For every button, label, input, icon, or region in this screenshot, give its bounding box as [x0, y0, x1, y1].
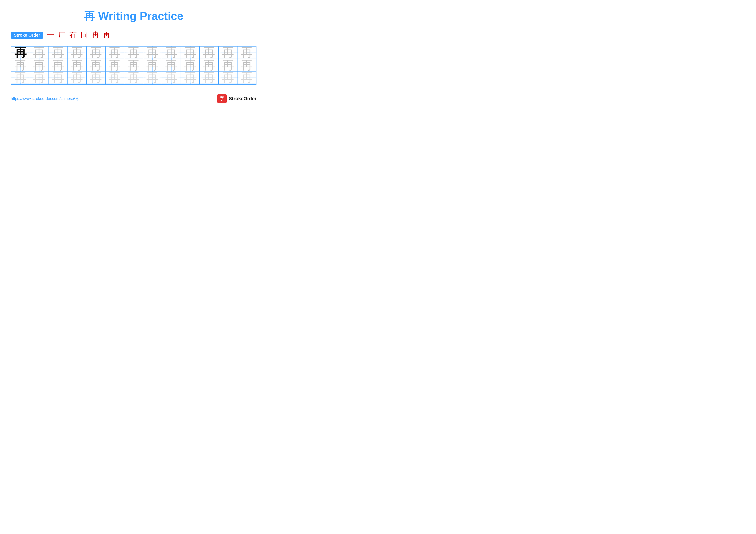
grid-cell: 再: [181, 59, 200, 71]
grid-row-1: 再 再 再 再 再 再 再 再 再 再 再 再 再: [11, 46, 256, 59]
practice-grid: 再 再 再 再 再 再 再 再 再 再 再 再 再 再 再 再 再 再 再 再 …: [11, 46, 256, 85]
stroke-step-6: 再: [103, 30, 110, 40]
footer-logo-icon: 字: [217, 94, 227, 103]
char-trace: 再: [184, 59, 196, 71]
char-trace: 再: [222, 46, 234, 59]
grid-cell: 再: [11, 59, 30, 71]
char-trace: 再: [127, 59, 140, 71]
grid-cell: 再: [143, 46, 162, 59]
grid-cell: 再: [181, 46, 200, 59]
grid-cell: 再: [30, 46, 49, 59]
char-trace-light: 再: [203, 71, 215, 84]
grid-cell: 再: [49, 59, 68, 71]
char-trace: 再: [90, 46, 102, 59]
grid-cell: 再: [124, 71, 143, 84]
grid-cell: [219, 85, 237, 85]
char-trace: 再: [52, 59, 64, 71]
grid-cell: 再: [200, 59, 219, 71]
grid-cell: 再: [162, 59, 181, 71]
stroke-step-4: 冋: [81, 30, 88, 40]
char-trace: 再: [165, 59, 177, 71]
grid-cell: 再: [200, 46, 219, 59]
grid-cell: 再: [86, 46, 105, 59]
grid-row-2: 再 再 再 再 再 再 再 再 再 再 再 再 再: [11, 59, 256, 71]
grid-cell: [105, 85, 124, 85]
grid-cell: 再: [219, 59, 237, 71]
grid-cell: 再: [162, 46, 181, 59]
char-trace: 再: [146, 46, 158, 59]
grid-cell: 再: [105, 59, 124, 71]
stroke-step-1: 一: [47, 30, 54, 40]
char-trace: 再: [127, 46, 140, 59]
grid-cell: [181, 85, 200, 85]
grid-cell: 再: [162, 71, 181, 84]
grid-cell: 再: [86, 71, 105, 84]
grid-cell: 再: [219, 71, 237, 84]
grid-cell: [162, 85, 181, 85]
grid-cell: [86, 85, 105, 85]
char-trace: 再: [241, 46, 253, 59]
char-trace-light: 再: [109, 71, 121, 84]
grid-cell: 再: [30, 71, 49, 84]
stroke-step-3: 冇: [69, 30, 77, 40]
char-trace-light: 再: [165, 71, 177, 84]
char-trace-light: 再: [71, 71, 83, 84]
grid-cell: 再: [143, 59, 162, 71]
stroke-steps: 一 厂 冇 冋 冉 再: [47, 30, 110, 40]
grid-cell: [237, 85, 256, 85]
grid-cell: 再: [124, 59, 143, 71]
char-reference: 再: [14, 46, 27, 59]
grid-cell: 再: [86, 59, 105, 71]
grid-cell: 再: [200, 71, 219, 84]
grid-cell: 再: [124, 46, 143, 59]
char-trace: 再: [146, 59, 158, 71]
grid-cell: 再: [105, 46, 124, 59]
grid-cell: 再: [49, 71, 68, 84]
footer: https://www.strokeorder.com/chinese/再 字 …: [11, 94, 256, 103]
char-trace: 再: [165, 46, 177, 59]
char-trace: 再: [71, 46, 83, 59]
char-trace: 再: [241, 59, 253, 71]
footer-url[interactable]: https://www.strokeorder.com/chinese/再: [11, 96, 79, 101]
grid-cell: 再: [68, 46, 87, 59]
char-trace: 再: [52, 46, 64, 59]
char-trace: 再: [203, 59, 215, 71]
char-trace-light: 再: [52, 71, 64, 84]
char-trace: 再: [222, 59, 234, 71]
grid-cell: [30, 85, 49, 85]
char-trace-light: 再: [146, 71, 158, 84]
stroke-order-row: Stroke Order 一 厂 冇 冋 冉 再: [11, 30, 256, 40]
char-trace: 再: [90, 59, 102, 71]
grid-cell: 再: [11, 46, 30, 59]
grid-cell: 再: [181, 71, 200, 84]
grid-row-3: 再 再 再 再 再 再 再 再 再 再 再 再 再: [11, 71, 256, 84]
footer-brand-name: StrokeOrder: [229, 96, 256, 101]
char-trace-light: 再: [184, 71, 196, 84]
char-trace-light: 再: [14, 71, 27, 84]
char-trace-light: 再: [241, 71, 253, 84]
grid-cell: [11, 85, 30, 85]
grid-cell: 再: [237, 46, 256, 59]
grid-row-6: [11, 85, 256, 85]
footer-brand: 字 StrokeOrder: [217, 94, 256, 103]
char-trace: 再: [109, 59, 121, 71]
stroke-order-badge: Stroke Order: [11, 32, 43, 39]
stroke-step-5: 冉: [92, 30, 99, 40]
stroke-step-2: 厂: [58, 30, 66, 40]
grid-cell: [49, 85, 68, 85]
grid-cell: 再: [30, 59, 49, 71]
grid-cell: [200, 85, 219, 85]
char-trace: 再: [71, 59, 83, 71]
grid-cell: 再: [68, 59, 87, 71]
char-trace-light: 再: [222, 71, 234, 84]
char-trace: 再: [203, 46, 215, 59]
grid-cell: 再: [237, 71, 256, 84]
grid-cell: 再: [68, 71, 87, 84]
grid-cell: [124, 85, 143, 85]
char-trace-light: 再: [33, 71, 45, 84]
grid-cell: 再: [11, 71, 30, 84]
grid-cell: 再: [49, 46, 68, 59]
char-trace: 再: [14, 59, 27, 71]
char-trace: 再: [109, 46, 121, 59]
char-trace-light: 再: [127, 71, 140, 84]
